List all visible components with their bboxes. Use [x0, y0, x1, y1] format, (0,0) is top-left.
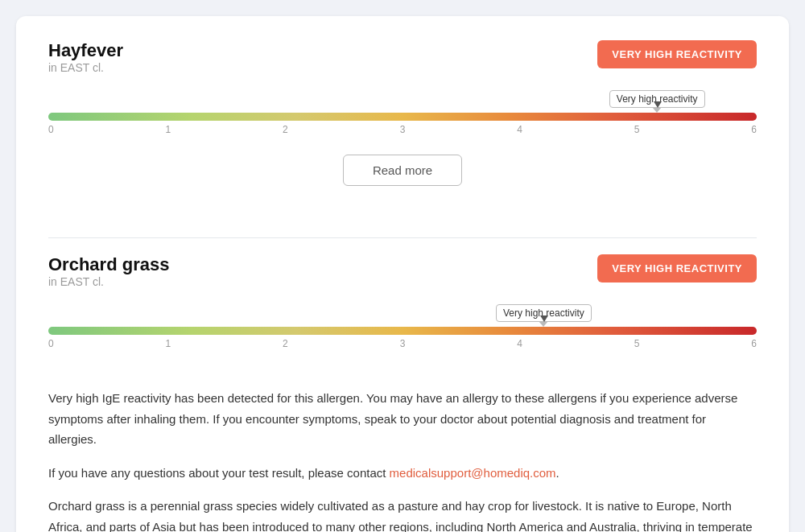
- orchard-grass-subtitle: in EAST cl.: [48, 275, 169, 288]
- orchard-grass-gauge-labels: 0 1 2 3 4 5 6: [48, 338, 757, 349]
- contact-prefix: If you have any questions about your tes…: [48, 466, 390, 480]
- orchard-grass-section: Orchard grass in EAST cl. VERY HIGH REAC…: [48, 254, 757, 388]
- hayfever-gauge-labels: 0 1 2 3 4 5 6: [48, 124, 757, 135]
- hayfever-subtitle: in EAST cl.: [48, 61, 123, 74]
- hayfever-header: Hayfever in EAST cl. VERY HIGH REACTIVIT…: [48, 40, 757, 87]
- section-divider: [48, 237, 757, 238]
- orchard-grass-title: Orchard grass: [48, 254, 169, 275]
- orchard-grass-gauge: Very high reactivity 0 1 2 3 4 5 6: [48, 327, 757, 349]
- orchard-grass-badge: VERY HIGH REACTIVITY: [597, 254, 757, 282]
- hayfever-badge: VERY HIGH REACTIVITY: [597, 40, 757, 68]
- hayfever-read-more-button[interactable]: Read more: [343, 155, 462, 186]
- hayfever-gauge: Very high reactivity 0 1 2 3 4 5 6: [48, 113, 757, 135]
- hayfever-gauge-bar: Very high reactivity: [48, 113, 757, 121]
- orchard-grass-gauge-arrow: [540, 315, 548, 322]
- orchard-grass-gauge-bar: Very high reactivity: [48, 327, 757, 335]
- contact-suffix: .: [556, 466, 559, 480]
- orchard-grass-description: Orchard grass is a perennial grass speci…: [48, 496, 757, 532]
- orchard-grass-title-group: Orchard grass in EAST cl.: [48, 254, 169, 301]
- contact-email-link[interactable]: medicalsupport@homediq.com: [390, 466, 556, 480]
- hayfever-section: Hayfever in EAST cl. VERY HIGH REACTIVIT…: [48, 40, 757, 221]
- orchard-grass-header: Orchard grass in EAST cl. VERY HIGH REAC…: [48, 254, 757, 301]
- contact-description: If you have any questions about your tes…: [48, 463, 757, 484]
- hayfever-title-group: Hayfever in EAST cl.: [48, 40, 123, 87]
- main-container: Hayfever in EAST cl. VERY HIGH REACTIVIT…: [16, 16, 789, 532]
- hayfever-gauge-arrow: [654, 101, 662, 108]
- hayfever-title: Hayfever: [48, 40, 123, 61]
- reactivity-description: Very high IgE reactivity has been detect…: [48, 388, 757, 450]
